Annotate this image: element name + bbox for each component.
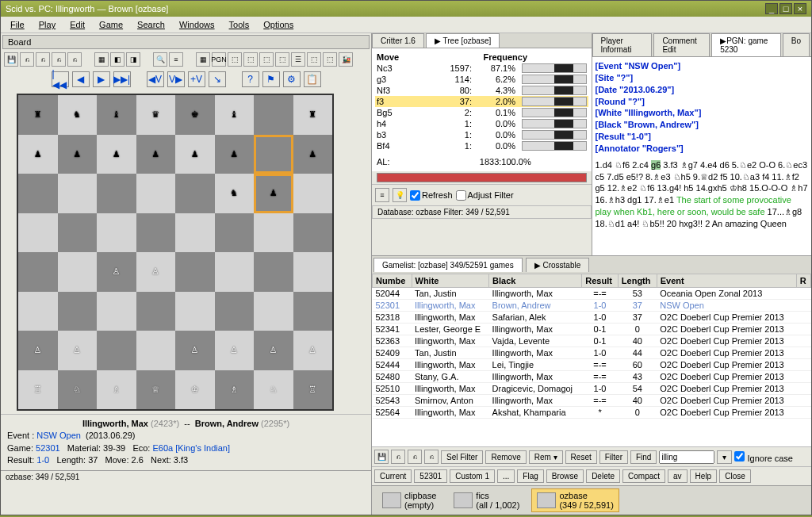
square-d2[interactable] (136, 331, 176, 370)
square-a8[interactable]: ♜ (18, 95, 58, 135)
pgn-tab[interactable]: Player Informati (592, 33, 653, 56)
square-c5[interactable] (97, 213, 136, 253)
toolbar-icon[interactable]: ☰ (291, 52, 305, 67)
toolbar-icon[interactable]: ⎌ (67, 52, 82, 67)
refresh-checkbox[interactable]: Refresh (410, 190, 453, 201)
square-b2[interactable]: ♙ (58, 331, 98, 370)
menu-tools[interactable]: Tools (223, 18, 256, 31)
gl-button[interactable]: Rem ▾ (529, 450, 563, 464)
square-b1[interactable]: ♘ (58, 370, 98, 410)
toolbar-icon[interactable]: ▦ (94, 52, 109, 67)
ignore-case-checkbox[interactable]: Ignore case (734, 451, 793, 463)
find-input[interactable] (659, 450, 714, 464)
menu-windows[interactable]: Windows (173, 18, 221, 31)
square-f3[interactable] (215, 292, 255, 331)
menu-game[interactable]: Game (93, 18, 129, 31)
square-h2[interactable]: ♙ (293, 331, 333, 370)
square-c7[interactable]: ♟ (97, 135, 136, 174)
table-row[interactable]: 52480Stany, G.A.Illingworth, Max=-=43O2C… (373, 371, 811, 383)
square-d3[interactable] (136, 292, 176, 331)
square-d4[interactable]: ♙ (136, 252, 176, 292)
nav-button[interactable]: V▶ (167, 71, 185, 87)
tree-row[interactable]: Nf380:4.3% (375, 85, 588, 96)
square-g6[interactable]: ♟ (254, 174, 293, 213)
tree-row[interactable]: g3114:6.2% (375, 74, 588, 85)
gl-button[interactable]: Sel Filter (441, 450, 483, 464)
toolbar-icon[interactable]: ⎌ (36, 52, 50, 67)
gl-button[interactable]: Browse (546, 469, 584, 483)
board-tab[interactable]: Board (2, 35, 370, 49)
gl-button[interactable]: Current (374, 469, 412, 483)
gl-button[interactable]: Delete (586, 469, 620, 483)
square-b3[interactable] (58, 292, 98, 331)
square-d7[interactable]: ♟ (136, 135, 176, 174)
col-header[interactable]: Black (489, 274, 582, 288)
pgn-tab[interactable]: Comment Edit (653, 33, 710, 56)
table-row[interactable]: 52564Illingworth, MaxAkshat, Khamparia*0… (373, 407, 811, 419)
square-h8[interactable]: ♜ (293, 95, 333, 135)
toolbar-icon[interactable]: ▦ (196, 52, 210, 67)
close-button[interactable]: × (794, 3, 806, 14)
tree-row[interactable]: f337:2.0% (375, 96, 588, 107)
pgn-tab[interactable]: ▶PGN: game 5230 (711, 33, 781, 56)
toolbar-icon[interactable]: ⬚ (323, 52, 337, 67)
gl-button[interactable]: ... (497, 469, 515, 483)
maximize-button[interactable]: □ (779, 3, 792, 14)
square-d1[interactable]: ♕ (136, 370, 176, 410)
tree-icon[interactable]: ≡ (375, 188, 389, 202)
square-g3[interactable] (254, 292, 293, 331)
bulb-icon[interactable]: 💡 (393, 188, 407, 202)
square-f1[interactable]: ♗ (215, 370, 255, 410)
toolbar-icon[interactable]: ◧ (110, 52, 124, 67)
gl-button[interactable]: Close (719, 469, 751, 483)
nav-button[interactable]: +V (188, 71, 205, 87)
gl-button[interactable]: Remove (485, 450, 526, 464)
gl-button[interactable]: Filter (599, 450, 628, 464)
nav-button[interactable]: 📋 (304, 71, 321, 87)
gl-button[interactable]: av (668, 469, 688, 483)
toolbar-icon[interactable]: 🚂 (339, 52, 353, 67)
square-c6[interactable] (97, 174, 136, 213)
square-h3[interactable] (293, 292, 333, 331)
square-g2[interactable]: ♙ (254, 331, 293, 370)
square-a3[interactable] (18, 292, 58, 331)
toolbar-icon[interactable]: ◨ (126, 52, 140, 67)
toolbar-icon[interactable]: ⬚ (259, 52, 274, 67)
square-b7[interactable]: ♟ (58, 135, 98, 174)
nav-button[interactable]: ▶▶| (113, 71, 131, 87)
table-row[interactable]: 52341Lester, George EIllingworth, Max0-1… (373, 324, 811, 335)
square-a7[interactable]: ♟ (18, 135, 58, 174)
menu-file[interactable]: File (4, 18, 31, 31)
nav-button[interactable]: ◀ (72, 71, 90, 87)
square-e7[interactable]: ♟ (175, 135, 215, 174)
tree-row[interactable]: Nc31597:87.1% (375, 63, 588, 74)
minimize-button[interactable]: _ (765, 3, 778, 14)
gl-button[interactable]: Custom 1 (450, 469, 495, 483)
table-row[interactable]: 52444Illingworth, MaxLei, Tingjie=-=60O2… (373, 359, 811, 371)
db-item[interactable]: ozbase(349 / 52,591) (531, 488, 619, 512)
table-row[interactable]: 52363Illingworth, MaxVajda, Levente0-140… (373, 335, 811, 347)
square-d6[interactable] (136, 174, 176, 213)
toolbar-icon[interactable]: ⬚ (243, 52, 258, 67)
square-a6[interactable] (18, 174, 58, 213)
tb-icon[interactable]: ⎌ (424, 450, 439, 464)
square-e3[interactable] (175, 292, 215, 331)
tb-icon[interactable]: ⎌ (408, 450, 422, 464)
nav-button[interactable]: |◀◀ (52, 71, 69, 87)
event-link[interactable]: NSW Open (36, 431, 81, 440)
toolbar-icon[interactable]: ⬚ (228, 52, 242, 67)
table-row[interactable]: 52510Illingworth, MaxDragicevic, Domagoj… (373, 383, 811, 395)
square-e1[interactable]: ♔ (175, 370, 215, 410)
tree-tab[interactable]: ▶ Tree [ozbase] (426, 33, 500, 48)
table-row[interactable]: 52301Illingworth, MaxBrown, Andrew1-037N… (373, 300, 811, 312)
square-c8[interactable]: ♝ (97, 95, 136, 135)
square-h4[interactable] (293, 252, 333, 292)
table-row[interactable]: 52044Tan, JustinIllingworth, Max=-=53Oce… (373, 288, 811, 300)
gl-button[interactable]: 52301 (414, 469, 447, 483)
game-link[interactable]: 52301 (36, 443, 60, 453)
nav-button[interactable]: ⚑ (262, 71, 280, 87)
nav-button[interactable]: ↘ (209, 71, 226, 87)
square-g1[interactable]: ♘ (254, 370, 293, 410)
gl-button[interactable]: Find (630, 450, 657, 464)
col-header[interactable]: Numbe (373, 274, 412, 288)
